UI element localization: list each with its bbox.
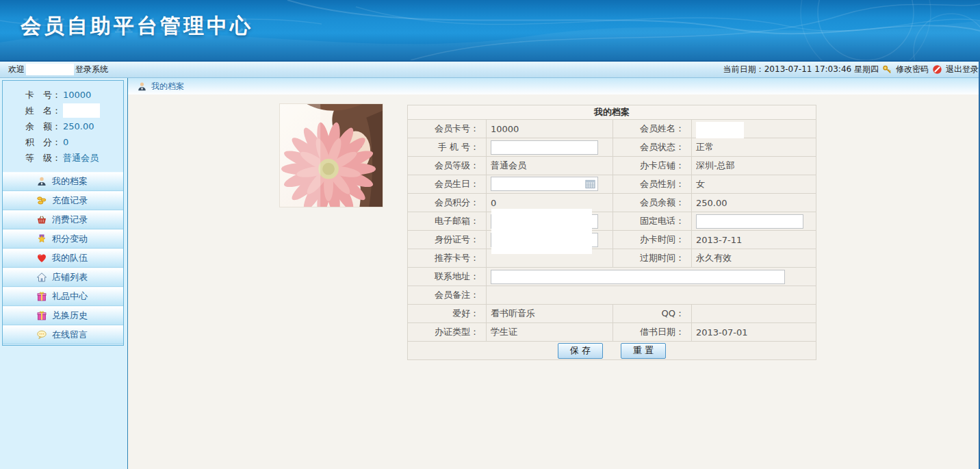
field-label: 联系地址： xyxy=(408,268,487,286)
expire-value: 永久有效 xyxy=(692,249,816,268)
row-level-shop: 会员等级： 普通会员 办卡店铺： 深圳-总部 xyxy=(408,157,816,175)
address-input[interactable] xyxy=(491,270,785,284)
field-label: 身份证号： xyxy=(408,231,487,249)
message-icon xyxy=(36,329,47,340)
welcome-username-redacted xyxy=(26,64,74,75)
save-button[interactable]: 保 存 xyxy=(558,343,603,359)
welcome-suffix: 登录系统 xyxy=(75,64,108,75)
breadcrumb-label: 我的档案 xyxy=(151,81,184,92)
info-label: 卡 号： xyxy=(25,89,61,101)
profile-form-table: 我的档案 会员卡号： 10000 会员姓名： 手 机 号： 会员状态： 正常 xyxy=(407,105,816,360)
sidebar-item-points-changes[interactable]: 积分变动 xyxy=(3,229,123,249)
field-label: 会员等级： xyxy=(408,157,487,175)
row-idno-cardtime: 身份证号： 办卡时间： 2013-7-11 xyxy=(408,231,816,249)
field-label: 过期时间： xyxy=(613,249,692,268)
heart-icon xyxy=(36,253,47,264)
field-label: 电子邮箱： xyxy=(408,212,487,231)
info-label: 姓 名： xyxy=(25,105,61,117)
card-time-value: 2013-7-11 xyxy=(692,231,816,249)
row-hobby-qq: 爱好： 看书听音乐 QQ： xyxy=(408,305,816,323)
email-id-redacted-box xyxy=(491,209,592,254)
row-buttons: 保 存 重 置 xyxy=(408,342,816,360)
balance-value: 250.00 xyxy=(692,194,816,212)
row-birthday-gender: 会员生日： 会员性别： 女 xyxy=(408,175,816,194)
sidebar-item-consume-records[interactable]: 消费记录 xyxy=(3,210,123,229)
sidebar-item-recharge-records[interactable]: 充值记录 xyxy=(3,191,123,210)
home-icon xyxy=(36,272,47,283)
sidebar-item-label: 消费记录 xyxy=(52,214,88,226)
field-label: 会员生日： xyxy=(408,175,487,194)
info-value: 250.00 xyxy=(63,121,94,131)
sidebar-item-exchange-history[interactable]: 兑换历史 xyxy=(3,306,123,325)
field-label: 会员状态： xyxy=(613,138,692,157)
content-area: 我的档案 会员卡号： 10000 会员姓名： 手 机 号： 会员状态： 正常 xyxy=(128,94,980,469)
row-referrer-expire: 推荐卡号： 过期时间： 永久有效 xyxy=(408,249,816,268)
row-mobile-status: 手 机 号： 会员状态： 正常 xyxy=(408,138,816,157)
field-label: 会员积分： xyxy=(408,194,487,212)
field-label: 会员性别： xyxy=(613,175,692,194)
field-label: 会员卡号： xyxy=(408,120,487,138)
info-row-name: 姓 名： xyxy=(3,103,123,118)
info-label: 余 额： xyxy=(25,121,61,133)
field-label: 办证类型： xyxy=(408,323,487,342)
welcome-area: 欢迎 登录系统 xyxy=(8,64,108,75)
sidebar-item-shop-list[interactable]: 店铺列表 xyxy=(3,268,123,287)
field-label: 会员余额： xyxy=(613,194,692,212)
sidebar-item-label: 兑换历史 xyxy=(52,309,88,322)
row-remark: 会员备注： xyxy=(408,286,816,305)
status-value: 正常 xyxy=(692,138,816,157)
sidebar-item-online-messages[interactable]: 在线留言 xyxy=(3,325,123,344)
field-label: 会员姓名： xyxy=(613,120,692,138)
sidebar-item-label: 我的队伍 xyxy=(52,252,88,264)
landline-input[interactable] xyxy=(696,214,803,229)
sidebar-box: 卡 号： 10000 姓 名： 余 额： 250.00 积 分： 0 xyxy=(2,80,124,346)
row-points-balance: 会员积分： 0 会员余额： 250.00 xyxy=(408,194,816,212)
sidebar-item-label: 我的档案 xyxy=(52,175,88,188)
app-header: 会员自助平台管理中心 会员自助平台管理中心 xyxy=(0,0,980,60)
card-no-value: 10000 xyxy=(487,120,613,138)
user-icon xyxy=(36,176,47,187)
field-label: 手 机 号： xyxy=(408,138,487,157)
sidebar-item-gift-center[interactable]: 礼品中心 xyxy=(3,287,123,306)
sidebar-item-my-profile[interactable]: 我的档案 xyxy=(3,172,123,191)
calendar-icon[interactable] xyxy=(585,179,595,189)
qq-value xyxy=(692,305,816,323)
reset-button[interactable]: 重 置 xyxy=(621,343,666,359)
field-label: 借书日期： xyxy=(613,323,692,342)
birthday-field xyxy=(491,177,598,192)
field-label: 固定电话： xyxy=(613,212,692,231)
main-area: 我的档案 xyxy=(128,78,980,469)
sidebar: 卡 号： 10000 姓 名： 余 额： 250.00 积 分： 0 xyxy=(0,78,128,469)
info-row-card-no: 卡 号： 10000 xyxy=(3,87,123,103)
sidebar-menu: 我的档案 充值记录 消费记录 积分变动 xyxy=(3,172,123,344)
info-row-points: 积 分： 0 xyxy=(3,134,123,150)
basket-icon xyxy=(36,214,47,225)
remark-value xyxy=(487,286,816,305)
field-label: 爱好： xyxy=(408,305,487,323)
gender-value: 女 xyxy=(692,175,816,194)
member-name-redacted-box xyxy=(696,122,744,138)
shop-value: 深圳-总部 xyxy=(692,157,816,175)
logout-link[interactable]: 退出登录 xyxy=(946,64,979,75)
field-label: 办卡店铺： xyxy=(613,157,692,175)
info-row-balance: 余 额： 250.00 xyxy=(3,118,123,134)
info-value: 10000 xyxy=(63,90,91,100)
field-label: QQ： xyxy=(613,305,692,323)
user-icon xyxy=(137,81,147,92)
logout-icon xyxy=(932,64,942,75)
coins-icon xyxy=(36,195,47,206)
page: 会员自助平台管理中心 会员自助平台管理中心 欢迎 登录系统 当前日期：2013-… xyxy=(0,0,980,469)
row-address: 联系地址： xyxy=(408,268,816,286)
field-label: 推荐卡号： xyxy=(408,249,487,268)
birthday-input[interactable] xyxy=(491,177,598,191)
field-label: 会员备注： xyxy=(408,286,487,305)
change-password-link[interactable]: 修改密码 xyxy=(896,64,929,75)
gift-icon xyxy=(36,291,47,302)
key-icon xyxy=(882,64,892,75)
info-value: 普通会员 xyxy=(63,152,99,164)
sidebar-item-my-team[interactable]: 我的队伍 xyxy=(3,249,123,268)
mobile-input[interactable] xyxy=(491,140,598,155)
breadcrumb: 我的档案 xyxy=(128,78,980,94)
form-title: 我的档案 xyxy=(408,105,816,120)
current-date-text: 当前日期：2013-07-11 17:03:46 星期四 xyxy=(723,64,879,75)
